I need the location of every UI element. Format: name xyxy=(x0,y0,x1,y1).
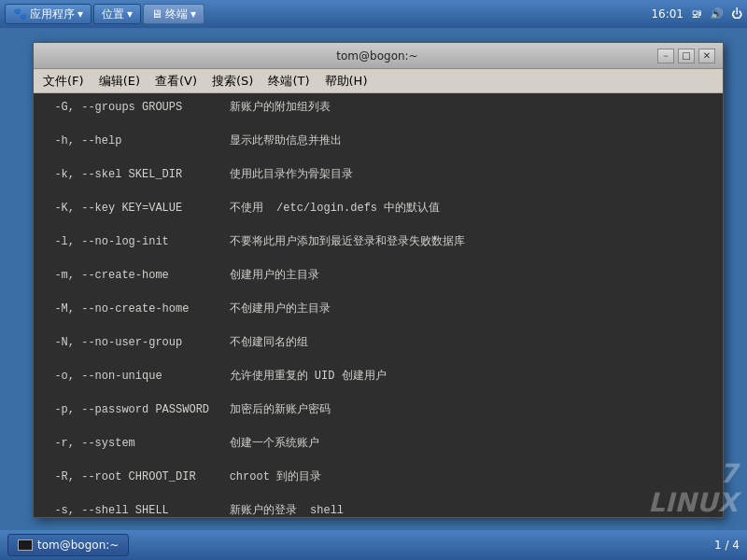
taskbar-top: 🐾 应用程序 ▾ 位置 ▾ 🖥 终端 ▾ 16:01 🖳 🔊 ⏻ xyxy=(0,0,747,28)
terminal-output-line: -p, --password PASSWORD 加密后的新账户密码 xyxy=(41,401,715,418)
terminal-output-line: -G, --groups GROUPS 新账户的附加组列表 xyxy=(41,99,715,116)
terminal-content[interactable]: -G, --groups GROUPS 新账户的附加组列表 -h, --help… xyxy=(34,93,723,517)
taskbar-bottom-left: tom@bogon:~ xyxy=(7,534,129,556)
menu-search[interactable]: 搜索(S) xyxy=(206,71,259,91)
terminal-label: 终端 xyxy=(165,7,188,22)
volume-icon: 🔊 xyxy=(710,7,724,21)
power-icon[interactable]: ⏻ xyxy=(731,7,742,21)
menu-file[interactable]: 文件(F) xyxy=(37,71,90,91)
apps-icon: 🐾 xyxy=(13,7,27,21)
minimize-button[interactable]: － xyxy=(657,49,674,63)
menu-edit[interactable]: 编辑(E) xyxy=(93,71,146,91)
time-display: 16:01 xyxy=(651,7,684,21)
taskbar-bottom: tom@bogon:~ 1 / 4 xyxy=(0,530,747,560)
logo-text: LINUX xyxy=(648,489,738,518)
terminal-output-line: -o, --non-unique 允许使用重复的 UID 创建用户 xyxy=(41,368,715,385)
terminal-output-line: -h, --help 显示此帮助信息并推出 xyxy=(41,133,715,149)
terminal-output-line: -K, --key KEY=VALUE 不使用 /etc/login.defs … xyxy=(41,200,715,217)
terminal-output-line: -m, --create-home 创建用户的主目录 xyxy=(41,267,715,284)
apps-chevron-icon: ▾ xyxy=(78,7,83,21)
window-taskbar-label: tom@bogon:~ xyxy=(37,539,119,552)
terminal-titlebar: tom@bogon:~ － □ ✕ xyxy=(34,43,723,69)
desktop-logo: 7 LINUX xyxy=(648,460,738,518)
terminal-icon: 🖥 xyxy=(151,7,162,21)
menu-help[interactable]: 帮助(H) xyxy=(319,71,374,91)
window-taskbar-button[interactable]: tom@bogon:~ xyxy=(7,534,129,556)
terminal-output-line: -r, --system 创建一个系统账户 xyxy=(41,435,715,452)
places-label: 位置 xyxy=(102,7,124,22)
page-indicator: 1 / 4 xyxy=(714,539,740,552)
terminal-output-line: -s, --shell SHELL 新账户的登录 shell xyxy=(41,502,715,517)
logo-number: 7 xyxy=(648,460,738,489)
terminal-output-line: -M, --no-create-home 不创建用户的主目录 xyxy=(41,301,715,317)
window-mini-icon xyxy=(18,539,33,551)
apps-menu-button[interactable]: 🐾 应用程序 ▾ xyxy=(5,4,92,24)
places-chevron-icon: ▾ xyxy=(127,7,133,21)
terminal-output-line: -k, --skel SKEL_DIR 使用此目录作为骨架目录 xyxy=(41,166,715,183)
close-button[interactable]: ✕ xyxy=(698,49,715,63)
terminal-title: tom@bogon:~ xyxy=(97,49,657,63)
places-menu-button[interactable]: 位置 ▾ xyxy=(93,4,141,24)
terminal-output-line: -l, --no-log-init 不要将此用户添加到最近登录和登录失败数据库 xyxy=(41,233,715,250)
menu-terminal[interactable]: 终端(T) xyxy=(262,71,315,91)
terminal-output-line: -N, --no-user-group 不创建同名的组 xyxy=(41,334,715,351)
taskbar-right-group: 16:01 🖳 🔊 ⏻ xyxy=(651,7,742,21)
taskbar-left-group: 🐾 应用程序 ▾ 位置 ▾ 🖥 终端 ▾ xyxy=(5,4,204,24)
maximize-button[interactable]: □ xyxy=(678,49,695,63)
menu-view[interactable]: 查看(V) xyxy=(149,71,203,91)
terminal-output-line: -R, --root CHROOT_DIR chroot 到的目录 xyxy=(41,469,715,485)
terminal-chevron-icon: ▾ xyxy=(190,7,196,21)
apps-label: 应用程序 xyxy=(30,7,75,22)
terminal-window: tom@bogon:~ － □ ✕ 文件(F) 编辑(E) 查看(V) 搜索(S… xyxy=(33,42,724,518)
title-buttons: － □ ✕ xyxy=(657,49,715,63)
terminal-menu-button[interactable]: 🖥 终端 ▾ xyxy=(143,4,204,24)
menu-bar: 文件(F) 编辑(E) 查看(V) 搜索(S) 终端(T) 帮助(H) xyxy=(34,69,723,93)
screen-icon: 🖳 xyxy=(691,7,702,21)
